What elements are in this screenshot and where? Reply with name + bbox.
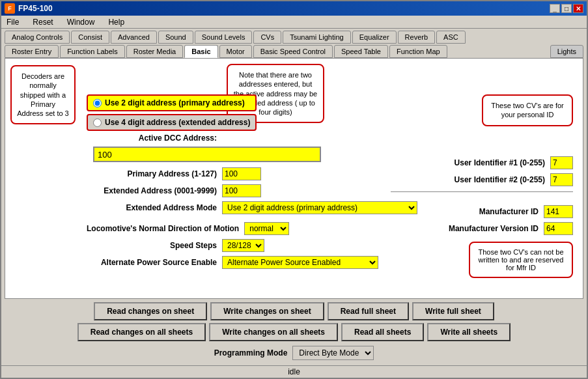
tab-sound-levels[interactable]: Sound Levels — [195, 31, 253, 44]
close-button[interactable]: ✕ — [573, 4, 583, 13]
radio-4digit-label: Use 4 digit address (extended address) — [105, 118, 250, 127]
menu-file[interactable]: File — [5, 17, 21, 27]
main-content: Decoders are normally shipped with a Pri… — [5, 58, 583, 299]
tab-lights[interactable]: Lights — [550, 45, 583, 58]
read-changes-sheet-button[interactable]: Read changes on sheet — [94, 302, 207, 320]
tooltip-decoder-info: Decoders are normally shipped with a Pri… — [10, 65, 76, 124]
form-section: Active DCC Address: Primary Address (1-1… — [87, 133, 417, 273]
radio-2digit-input[interactable] — [93, 99, 102, 107]
status-text: idle — [288, 367, 300, 376]
maximize-button[interactable]: □ — [561, 4, 572, 13]
manufacturer-version-row: Manufacturer Version ID — [391, 222, 573, 235]
user-id2-label: User Identifier #2 (0-255) — [455, 175, 545, 184]
title-bar-buttons: _ □ ✕ — [550, 4, 583, 13]
active-dcc-input[interactable] — [93, 147, 321, 162]
title-bar-left: F FP45-100 — [5, 3, 53, 14]
tooltip-cv-personal: These two CV's are for your personal ID — [482, 94, 573, 126]
tabs-row1: Analog Controls Consist Advanced Sound S… — [1, 29, 587, 44]
alt-power-row: Alternate Power Source Enable Alternate … — [87, 256, 417, 269]
read-changes-all-sheets-button[interactable]: Read changes on all sheets — [77, 323, 206, 341]
programming-mode-select[interactable]: Direct Byte Mode Paged Mode Register Mod… — [292, 346, 374, 360]
tab-function-map[interactable]: Function Map — [389, 45, 447, 58]
direction-select[interactable]: normal reverse — [244, 222, 289, 235]
radio-2digit[interactable]: Use 2 digit address (primary address) — [87, 94, 257, 111]
radio-address-group: Use 2 digit address (primary address) Us… — [87, 94, 257, 133]
active-dcc-label: Active DCC Address: — [87, 133, 217, 143]
direction-label: Locomotive's Normal Direction of Motion — [87, 224, 239, 233]
write-full-sheet-button[interactable]: Write full sheet — [412, 302, 494, 320]
primary-address-label: Primary Address (1-127) — [87, 169, 217, 178]
tab-sound[interactable]: Sound — [158, 31, 193, 44]
main-window: F FP45-100 _ □ ✕ File Reset Window Help … — [0, 0, 588, 379]
speed-steps-label: Speed Steps — [87, 241, 217, 250]
extended-address-label: Extended Address (0001-9999) — [87, 186, 217, 195]
tabs-row2: Roster Entry Function Labels Roster Medi… — [1, 44, 587, 58]
tab-equalizer[interactable]: Equalizer — [352, 31, 397, 44]
tab-consist[interactable]: Consist — [71, 31, 109, 44]
user-id2-input[interactable] — [550, 173, 573, 186]
write-changes-sheet-button[interactable]: Write changes on sheet — [210, 302, 324, 320]
user-id1-row: User Identifier #1 (0-255) — [391, 156, 573, 169]
tooltip-bottom-right-text: Those two CV's can not be written to and… — [478, 248, 563, 272]
tooltip-mfr-reserved: Those two CV's can not be written to and… — [469, 242, 573, 278]
manufacturer-version-label: Manufacturer Version ID — [449, 224, 539, 233]
direction-row: Locomotive's Normal Direction of Motion … — [87, 222, 417, 235]
manufacturer-version-input[interactable] — [544, 222, 573, 235]
alt-power-select[interactable]: Alternate Power Source Enabled Disabled — [222, 256, 378, 269]
user-id1-label: User Identifier #1 (0-255) — [455, 158, 545, 167]
tab-advanced[interactable]: Advanced — [111, 31, 157, 44]
app-icon: F — [5, 3, 15, 14]
tab-motor[interactable]: Motor — [219, 45, 252, 58]
tooltip-left-text: Decoders are normally shipped with a Pri… — [17, 72, 69, 117]
tab-analog-controls[interactable]: Analog Controls — [5, 31, 70, 44]
right-divider — [391, 191, 573, 192]
manufacturer-id-label: Manufacturer ID — [479, 207, 539, 216]
speed-steps-row: Speed Steps 28/128 14 28 — [87, 239, 417, 252]
status-bar: idle — [1, 365, 587, 378]
active-dcc-row: Active DCC Address: — [87, 133, 417, 143]
menu-window[interactable]: Window — [65, 17, 97, 27]
tab-roster-media[interactable]: Roster Media — [126, 45, 183, 58]
tab-reverb[interactable]: Reverb — [398, 31, 435, 44]
tab-function-labels[interactable]: Function Labels — [60, 45, 125, 58]
user-id2-row: User Identifier #2 (0-255) — [391, 173, 573, 186]
menu-help[interactable]: Help — [106, 17, 126, 27]
primary-address-input[interactable] — [222, 167, 261, 180]
programming-mode-label: Programming Mode — [214, 348, 288, 358]
right-section: User Identifier #1 (0-255) User Identifi… — [391, 156, 573, 278]
radio-2digit-label: Use 2 digit address (primary address) — [105, 98, 245, 107]
button-row-1: Read changes on sheet Write changes on s… — [5, 302, 583, 320]
tab-basic[interactable]: Basic — [184, 45, 217, 58]
menu-reset[interactable]: Reset — [31, 17, 55, 27]
extended-mode-row: Extended Address Mode Use 2 digit addres… — [87, 201, 417, 214]
active-dcc-input-row — [93, 147, 417, 162]
speed-steps-select[interactable]: 28/128 14 28 — [222, 239, 264, 252]
extended-mode-label: Extended Address Mode — [87, 203, 217, 212]
write-changes-all-sheets-button[interactable]: Write changes on all sheets — [209, 323, 338, 341]
minimize-button[interactable]: _ — [550, 4, 560, 13]
bottom-buttons: Read changes on sheet Write changes on s… — [1, 299, 587, 365]
read-all-sheets-button[interactable]: Read all sheets — [341, 323, 424, 341]
alt-power-label: Alternate Power Source Enable — [87, 258, 217, 267]
read-full-sheet-button[interactable]: Read full sheet — [328, 302, 409, 320]
button-row-2: Read changes on all sheets Write changes… — [5, 323, 583, 341]
write-all-sheets-button[interactable]: Write all sheets — [427, 323, 511, 341]
manufacturer-id-row: Manufacturer ID — [391, 205, 573, 218]
tab-asc[interactable]: ASC — [436, 31, 466, 44]
extended-address-input[interactable] — [222, 184, 261, 197]
manufacturer-id-input[interactable] — [544, 205, 573, 218]
window-title: FP45-100 — [18, 4, 53, 13]
tab-basic-speed-control[interactable]: Basic Speed Control — [253, 45, 333, 58]
primary-address-row: Primary Address (1-127) — [87, 167, 417, 180]
tooltip-right-text: These two CV's are for your personal ID — [491, 102, 564, 119]
user-id1-input[interactable] — [550, 156, 573, 169]
tab-tsunami-lighting[interactable]: Tsunami Lighting — [283, 31, 351, 44]
menu-bar: File Reset Window Help — [1, 16, 587, 29]
programming-mode-row: Programming Mode Direct Byte Mode Paged … — [5, 344, 583, 362]
radio-4digit[interactable]: Use 4 digit address (extended address) — [87, 114, 257, 131]
tab-roster-entry[interactable]: Roster Entry — [5, 45, 59, 58]
extended-mode-select[interactable]: Use 2 digit address (primary address) — [222, 201, 417, 214]
radio-4digit-input[interactable] — [93, 119, 102, 127]
tab-cvs[interactable]: CVs — [253, 31, 281, 44]
tab-speed-table[interactable]: Speed Table — [334, 45, 388, 58]
